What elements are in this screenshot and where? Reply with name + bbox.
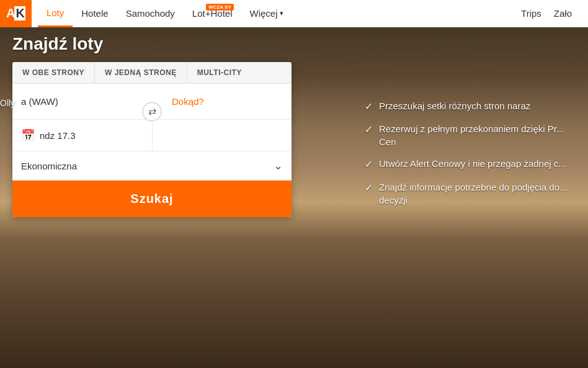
- wiecej-chevron-icon: ▾: [280, 9, 283, 17]
- swap-button[interactable]: ⇄: [142, 102, 162, 122]
- zaloguj-link[interactable]: Zało: [548, 8, 578, 19]
- class-chevron-icon: ⌄: [274, 159, 283, 173]
- benefit-4: ✓ Znajdź informacje potrzebne do podjęci…: [365, 181, 576, 207]
- page-title: Znajdź loty: [12, 34, 103, 54]
- class-value: Ekonomiczna: [21, 161, 274, 171]
- navbar: AK Loty Hotele Samochody Lot+Hotel WCZA …: [0, 0, 588, 27]
- tab-multi-city[interactable]: MULTI-CITY: [187, 62, 252, 83]
- trip-tabs: W OBE STRONY W JEDNĄ STRONĘ MULTI-CITY: [12, 62, 292, 84]
- benefit-2: ✓ Rezerwuj z pełnym przekonaniem dzięki …: [365, 122, 576, 148]
- nav-loty[interactable]: Loty: [38, 0, 73, 27]
- check-icon-2: ✓: [365, 123, 373, 137]
- origin-value: a (WAW): [21, 96, 58, 107]
- olly-label: Olly: [0, 98, 15, 108]
- origin-field[interactable]: a (WAW): [12, 84, 141, 119]
- logo-text-k: K: [14, 6, 25, 20]
- return-date-field[interactable]: [152, 120, 292, 151]
- brand-logo[interactable]: AK: [0, 0, 32, 27]
- trips-link[interactable]: Trips: [515, 8, 548, 19]
- search-panel: W OBE STRONY W JEDNĄ STRONĘ MULTI-CITY a…: [12, 62, 292, 217]
- lot-hotel-badge: WCZA SY: [206, 4, 234, 11]
- benefits-list: ✓ Przeszukaj setki różnych stron naraz ✓…: [365, 99, 576, 215]
- nav-lot-hotel[interactable]: Lot+Hotel WCZA SY: [184, 0, 241, 27]
- dates-row: 📅 ndz 17.3: [12, 120, 292, 151]
- class-row[interactable]: Ekonomiczna ⌄: [12, 151, 292, 181]
- destination-placeholder: Dokąd?: [172, 96, 204, 107]
- check-icon-1: ✓: [365, 100, 373, 114]
- tab-one-way[interactable]: W JEDNĄ STRONĘ: [95, 62, 187, 83]
- benefit-1: ✓ Przeszukaj setki różnych stron naraz: [365, 99, 576, 114]
- logo-text: A: [6, 6, 14, 20]
- check-icon-4: ✓: [365, 181, 373, 195]
- nav-links: Loty Hotele Samochody Lot+Hotel WCZA SY …: [38, 0, 292, 27]
- benefit-3: ✓ Utwórz Alert Cenowy i nie przegap żadn…: [365, 157, 576, 171]
- tab-both-ways[interactable]: W OBE STRONY: [12, 62, 95, 83]
- swap-icon: ⇄: [148, 105, 156, 117]
- nav-right: Trips Zało: [515, 8, 588, 19]
- depart-date-field[interactable]: 📅 ndz 17.3: [12, 120, 152, 151]
- calendar-icon: 📅: [21, 128, 35, 142]
- nav-hotele[interactable]: Hotele: [73, 0, 117, 27]
- origin-destination-row: a (WAW) ⇄ Dokąd?: [12, 84, 292, 120]
- destination-field[interactable]: Dokąd?: [141, 84, 292, 119]
- nav-wiecej[interactable]: Więcej ▾: [241, 0, 292, 27]
- depart-date-value: ndz 17.3: [40, 130, 76, 141]
- search-button[interactable]: Szukaj: [12, 181, 292, 217]
- check-icon-3: ✓: [365, 158, 373, 171]
- nav-samochody[interactable]: Samochody: [117, 0, 184, 27]
